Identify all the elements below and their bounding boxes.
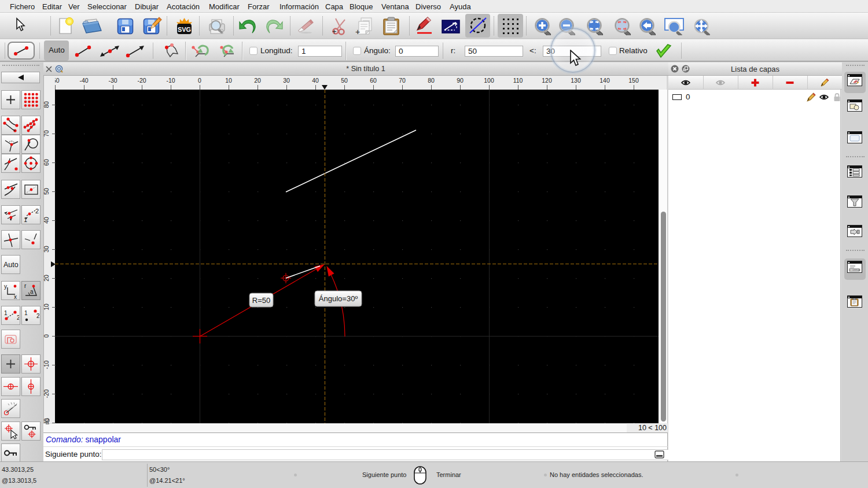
svg-text:1: 1 [4,310,8,316]
svg-text:a: a [30,289,34,295]
svg-text:R=50: R=50 [252,296,270,305]
svg-text:2: 2 [36,313,39,319]
svg-text:2: 2 [17,315,19,321]
svg-text:Auto: Auto [3,261,19,269]
svg-text:y: y [4,283,7,290]
svg-text:x: x [14,294,17,299]
svg-text:Ángulo=30º: Ángulo=30º [319,294,358,303]
svg-text:SVG: SVG [178,26,191,33]
svg-text:r: r [24,283,27,289]
svg-text:c command: c command [851,269,861,271]
svg-text:+: + [332,27,337,35]
svg-text:1: 1 [24,216,27,223]
svg-text:+: + [355,27,360,35]
svg-text:2: 2 [35,208,39,215]
svg-text:1: 1 [24,310,28,316]
